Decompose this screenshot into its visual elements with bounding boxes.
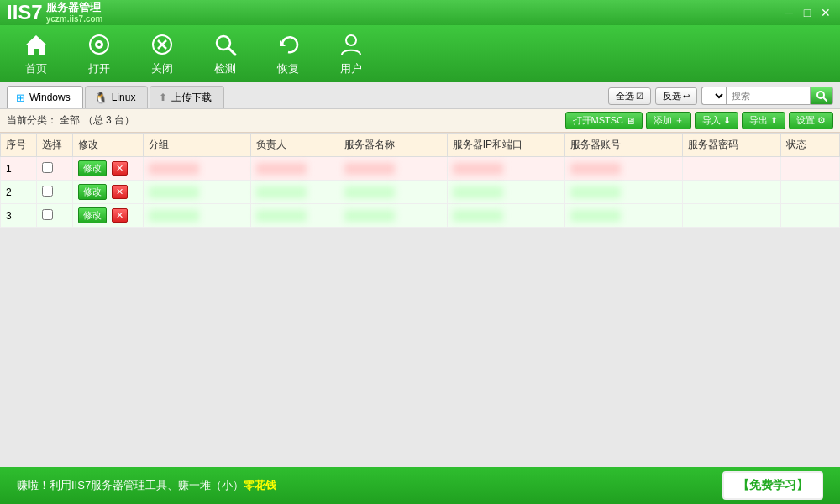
nav-item-open[interactable]: 打开: [80, 31, 118, 76]
cell-group-1: [143, 157, 250, 181]
detect-icon: [212, 31, 239, 58]
invert-button[interactable]: 反选 ↩: [655, 87, 697, 105]
cell-modify-1: 修改 ✕: [73, 157, 143, 181]
minimize-button[interactable]: ─: [781, 6, 796, 19]
modify-button-2[interactable]: 修改: [78, 184, 107, 200]
cell-modify-3: 修改 ✕: [73, 204, 143, 228]
add-button[interactable]: 添加 ＋: [646, 112, 691, 129]
open-mstsc-button[interactable]: 打开MSTSC 🖥: [565, 112, 643, 129]
cell-check-1: [37, 157, 73, 181]
server-table-wrapper: 序号 选择 修改 分组 负责人 服务器名称 服务器IP和端口 服务器账号 服务器…: [0, 133, 840, 228]
cell-status-2: [780, 181, 839, 204]
cell-password-3: [683, 204, 781, 228]
nav-item-close[interactable]: 关闭: [143, 31, 181, 76]
titlebar: IIS7 服务器管理 yczm.iis7.com ─ □ ✕: [0, 0, 840, 25]
cell-ip-3: [447, 204, 564, 228]
search-box: [701, 87, 833, 105]
nav-detect-label: 检测: [214, 61, 236, 76]
cell-ip-2: [447, 181, 564, 204]
svg-marker-0: [25, 35, 47, 55]
settings-icon: ⚙: [817, 115, 826, 126]
blurred-name-1: [344, 163, 395, 175]
blurred-ip-3: [453, 210, 503, 222]
blurred-owner-2: [256, 186, 307, 198]
modify-button-1[interactable]: 修改: [78, 160, 107, 176]
row-checkbox-3[interactable]: [42, 209, 53, 220]
server-table: 序号 选择 修改 分组 负责人 服务器名称 服务器IP和端口 服务器账号 服务器…: [0, 133, 840, 228]
cell-modify-2: 修改 ✕: [73, 181, 143, 204]
blurred-name-2: [344, 186, 395, 198]
settings-button[interactable]: 设置 ⚙: [789, 112, 833, 129]
th-group: 分组: [143, 134, 250, 157]
navbar: 首页 打开 关闭 检测: [0, 25, 840, 82]
import-button[interactable]: 导入 ⬇: [695, 112, 738, 129]
blurred-account-3: [570, 210, 621, 222]
footer-highlight: 零花钱: [244, 479, 276, 491]
learn-free-button[interactable]: 【免费学习】: [722, 471, 823, 500]
tab-upload[interactable]: ⬆ 上传下载: [150, 86, 224, 108]
home-icon: [23, 31, 50, 58]
search-category-select[interactable]: [701, 87, 726, 105]
search-input[interactable]: [726, 87, 810, 105]
catbar-label: 当前分类：: [7, 114, 57, 126]
footer-prefix: 赚啦！利用IIS7服务器管理工具、赚一堆（小）: [17, 479, 244, 491]
table-row: 1 修改 ✕: [1, 157, 840, 181]
delete-button-3[interactable]: ✕: [112, 208, 128, 223]
upload-icon: ⬆: [159, 92, 167, 103]
catbar-actions: 打开MSTSC 🖥 添加 ＋ 导入 ⬇ 导出 ⬆ 设置 ⚙: [565, 112, 834, 129]
catbar-value: 全部: [60, 114, 80, 126]
close-button[interactable]: ✕: [818, 6, 833, 19]
maximize-button[interactable]: □: [800, 6, 815, 19]
search-button[interactable]: [810, 87, 833, 105]
tab-linux[interactable]: 🐧 Linux: [85, 86, 149, 108]
select-all-icon: ☑: [636, 92, 643, 101]
blurred-owner-1: [256, 163, 307, 175]
nav-item-user[interactable]: 用户: [332, 31, 370, 76]
svg-point-10: [346, 35, 356, 45]
th-ip: 服务器IP和端口: [447, 134, 564, 157]
cell-owner-2: [251, 181, 339, 204]
nav-close-label: 关闭: [151, 61, 173, 76]
invert-icon: ↩: [683, 92, 690, 101]
export-button[interactable]: 导出 ⬆: [742, 112, 785, 129]
delete-button-1[interactable]: ✕: [112, 161, 128, 176]
cell-password-1: [683, 157, 781, 181]
app-logo: IIS7 服务器管理 yczm.iis7.com: [7, 1, 103, 24]
blurred-group-2: [149, 186, 199, 198]
blurred-ip-1: [453, 163, 503, 175]
nav-item-detect[interactable]: 检测: [206, 31, 244, 76]
tab-linux-label: Linux: [112, 92, 136, 103]
nav-home-label: 首页: [25, 61, 47, 76]
cell-name-1: [339, 157, 447, 181]
titlebar-left: IIS7 服务器管理 yczm.iis7.com: [7, 1, 103, 24]
nav-user-label: 用户: [340, 61, 362, 76]
user-icon: [338, 31, 365, 58]
logo-sub: yczm.iis7.com: [46, 14, 103, 24]
search-icon: [816, 90, 827, 102]
table-row: 3 修改 ✕: [1, 204, 840, 228]
logo-text-block: 服务器管理 yczm.iis7.com: [46, 1, 103, 24]
nav-item-home[interactable]: 首页: [17, 31, 55, 76]
nav-item-restore[interactable]: 恢复: [269, 31, 307, 76]
tab-windows[interactable]: ⊞ Windows: [7, 86, 83, 108]
cell-password-2: [683, 181, 781, 204]
cell-owner-3: [251, 204, 339, 228]
blurred-group-1: [149, 163, 199, 175]
modify-button-3[interactable]: 修改: [78, 207, 107, 223]
cell-group-2: [143, 181, 250, 204]
window-controls: ─ □ ✕: [781, 6, 833, 19]
table-row: 2 修改 ✕: [1, 181, 840, 204]
cell-group-3: [143, 204, 250, 228]
svg-line-8: [228, 48, 235, 55]
select-all-button[interactable]: 全选 ☑: [608, 87, 651, 105]
row-checkbox-1[interactable]: [42, 162, 53, 173]
cell-check-3: [37, 204, 73, 228]
nav-restore-label: 恢复: [277, 61, 299, 76]
logo-brand: IIS7: [7, 1, 43, 24]
cell-check-2: [37, 181, 73, 204]
blurred-account-2: [570, 186, 621, 198]
cell-name-3: [339, 204, 447, 228]
row-checkbox-2[interactable]: [42, 186, 53, 197]
cell-account-1: [564, 157, 682, 181]
delete-button-2[interactable]: ✕: [112, 185, 128, 199]
